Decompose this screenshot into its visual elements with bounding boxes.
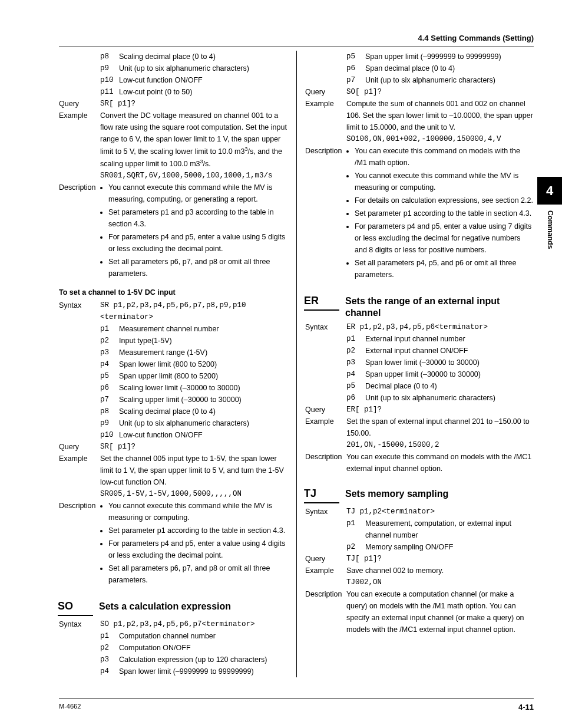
label-syntax: Syntax (59, 299, 100, 323)
param-name: p5 (100, 370, 119, 382)
param-name: p1 (346, 518, 365, 541)
sr-top-params: p8Scaling decimal place (0 to 4) p9Unit … (100, 51, 288, 98)
param-desc: External input channel ON/OFF (365, 345, 534, 357)
label-query: Query (305, 86, 346, 98)
param-name: p8 (100, 406, 119, 417)
description-list: You can execute this command on models w… (346, 145, 534, 281)
command-tj: TJ (304, 485, 339, 503)
param-name: p9 (100, 417, 119, 429)
page: 4.4 Setting Commands (Setting) 4 Command… (0, 0, 562, 728)
example-code: SR005,1-5V,1-5V,1000,5000,,,,,ON (100, 488, 288, 500)
subheading: To set a channel to 1-5V DC input (59, 286, 288, 298)
param-desc: Calculation expression (up to 120 charac… (119, 654, 288, 666)
label-example: Example (59, 453, 100, 500)
param-desc: Decimal place (0 to 4) (365, 380, 534, 392)
label-description: Description (59, 500, 100, 587)
footer-left: M-4662 (59, 701, 81, 714)
param-desc: Span lower limit (–30000 to 30000) (365, 357, 534, 368)
param-name: p2 (100, 642, 119, 654)
param-desc: Scaling decimal place (0 to 4) (119, 406, 288, 417)
param-desc: Span decimal place (0 to 4) (365, 62, 534, 74)
syntax-code: TJ p1,p2<terminator> (346, 506, 534, 518)
label-query: Query (305, 553, 346, 565)
param-name: p3 (346, 357, 365, 368)
header-rule (59, 47, 534, 47)
list-item: Set all parameters p6, p7, and p8 or omi… (108, 256, 288, 279)
param-desc: Measurement, computation, or external in… (365, 518, 534, 541)
list-item: You cannot execute this command while th… (108, 182, 288, 205)
param-desc: Span upper limit (–9999999 to 99999999) (365, 51, 534, 62)
side-tab: 4 Commands (537, 177, 562, 259)
list-item: Set all parameters p4, p5, and p6 or omi… (355, 257, 534, 281)
param-desc: Span upper limit (800 to 5200) (119, 370, 288, 382)
param-name: p6 (100, 382, 119, 394)
list-item: For parameters p4 and p5, enter a value … (108, 538, 288, 561)
param-name: p8 (100, 51, 119, 62)
param-desc: Measurement range (1-5V) (119, 347, 288, 358)
param-name: p4 (346, 368, 365, 380)
param-desc: Measurement channel number (119, 323, 288, 335)
param-desc: Low-cut point (0 to 50) (119, 86, 288, 98)
param-desc: Unit (up to six alphanumeric characters) (119, 417, 288, 429)
section-header: 4.4 Setting Commands (Setting) (59, 32, 534, 45)
param-desc: Low-cut function ON/OFF (119, 74, 288, 86)
param-name: p10 (100, 429, 119, 441)
param-name: p7 (100, 394, 119, 406)
param-name: p11 (100, 86, 119, 98)
param-desc: External input channel number (365, 333, 534, 345)
param-desc: Low-cut function ON/OFF (119, 429, 288, 441)
param-desc: Scaling lower limit (–30000 to 30000) (119, 382, 288, 394)
param-name: p4 (100, 358, 119, 370)
footer-right: 4-11 (518, 701, 534, 714)
param-desc: Scaling upper limit (–30000 to 30000) (119, 394, 288, 406)
command-er: ER (304, 292, 339, 311)
param-name: p2 (346, 541, 365, 553)
param-name: p5 (346, 380, 365, 392)
description-list: You cannot execute this command while th… (100, 500, 288, 586)
example-code: TJ002,ON (346, 577, 534, 588)
command-tj-title: Sets memory sampling (345, 488, 448, 500)
label-example: Example (59, 110, 100, 182)
param-desc: Scaling decimal place (0 to 4) (119, 51, 288, 62)
left-column: p8Scaling decimal place (0 to 4) p9Unit … (59, 51, 296, 677)
label-example: Example (305, 98, 346, 145)
param-desc: Computation ON/OFF (119, 642, 288, 654)
label-syntax: Syntax (59, 618, 100, 630)
param-name: p2 (346, 345, 365, 357)
list-item: For details on calculation expressions, … (355, 195, 534, 206)
param-name: p4 (100, 666, 119, 677)
param-name: p6 (346, 62, 365, 74)
label-example: Example (305, 416, 346, 451)
example-code: SO106,ON,001+002,-100000,150000,4,V (346, 133, 534, 145)
param-name: p6 (346, 392, 365, 404)
query-code: SR[ p1]? (100, 441, 288, 453)
query-code: ER[ p1]? (346, 404, 534, 416)
param-desc: Unit (up to six alphanumeric characters) (365, 74, 534, 86)
syntax-code: SR p1,p2,p3,p4,p5,p6,p7,p8,p9,p10 <termi… (100, 299, 288, 323)
param-desc: Unit (up to six alphanumeric characters) (365, 392, 534, 404)
label-query: Query (305, 404, 346, 416)
command-so-title: Sets a calculation expression (99, 601, 231, 612)
so-params-a: p1Computation channel number p2Computati… (100, 630, 288, 677)
example-text: Convert the DC voltage measured on chann… (100, 110, 288, 182)
query-code: TJ[ p1]? (346, 553, 534, 565)
label-description: Description (59, 182, 100, 281)
param-name: p5 (346, 51, 365, 62)
list-item: You cannot execute this command while th… (355, 170, 534, 193)
example-text: Save channel 002 to memory. TJ002,ON (346, 565, 534, 588)
list-item: Set parameter p1 according to the table … (355, 207, 534, 219)
sr-1-5v-params: p1Measurement channel number p2Input typ… (100, 323, 288, 441)
param-desc: Input type(1-5V) (119, 335, 288, 347)
label-example: Example (305, 565, 346, 588)
tj-params: p1Measurement, computation, or external … (346, 518, 534, 553)
param-name: p1 (346, 333, 365, 345)
param-desc: Span lower limit (–9999999 to 99999999) (119, 666, 288, 677)
label-syntax: Syntax (305, 506, 346, 518)
param-desc: Memory sampling ON/OFF (365, 541, 534, 553)
right-column: p5Span upper limit (–9999999 to 99999999… (296, 51, 534, 677)
footer: M-4662 4-11 (59, 699, 534, 714)
description-list: You cannot execute this command while th… (100, 182, 288, 279)
label-description: Description (305, 451, 346, 475)
example-text: Set the span of external input channel 2… (346, 416, 534, 451)
description-text: You can execute a computation channel (o… (346, 588, 534, 635)
